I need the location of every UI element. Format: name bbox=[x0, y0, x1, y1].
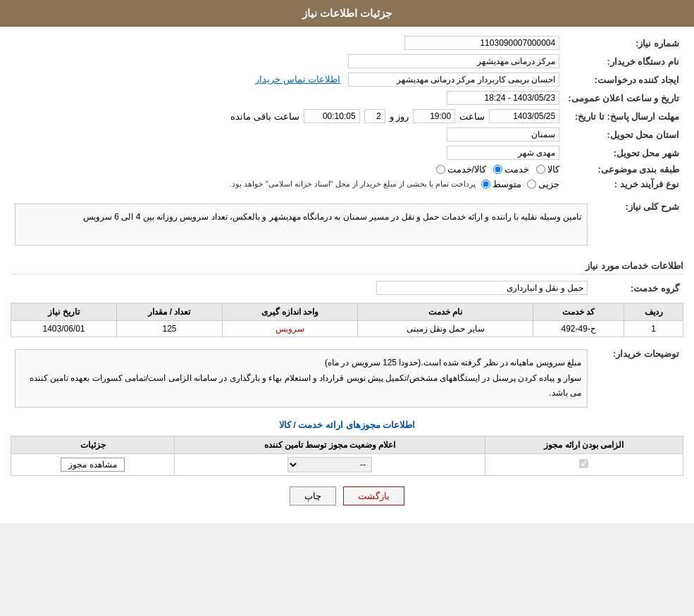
need-number-input[interactable] bbox=[404, 36, 559, 50]
description-table: شرح کلی نیاز: تامین وسیله نقلیه با رانند… bbox=[11, 196, 683, 253]
service-data-table: ردیف کد خدمت نام خدمت واحد اندازه گیری ت… bbox=[11, 303, 683, 337]
main-content: شماره نیاز: نام دستگاه خریدار: ایجاد کنن… bbox=[0, 27, 694, 523]
lic-col-required: الزامی بودن ارائه مجوز bbox=[485, 436, 683, 453]
licenses-table: الزامی بودن ارائه مجوز اعلام وضعیت مجوز … bbox=[11, 436, 683, 476]
col-name: نام خدمت bbox=[357, 303, 533, 321]
lic-col-details: جزئیات bbox=[11, 436, 175, 453]
button-row: بازگشت چاپ bbox=[11, 486, 683, 505]
created-by-cell: اطلاعات تماس خریدار bbox=[11, 70, 564, 89]
print-button[interactable]: چاپ bbox=[290, 486, 336, 505]
category-khadamat-radio[interactable] bbox=[493, 165, 502, 174]
page-title: جزئیات اطلاعات نیاز bbox=[302, 7, 392, 19]
service-group-cell bbox=[11, 279, 592, 297]
delivery-province-label: استان محل تحویل: bbox=[564, 125, 683, 144]
purchase-note: پرداخت تمام یا بخشی از مبلغ خریدار از مح… bbox=[230, 180, 476, 189]
response-days-input[interactable] bbox=[364, 109, 385, 123]
created-by-input[interactable] bbox=[348, 73, 559, 87]
response-deadline-cell: ساعت روز و ساعت باقی مانده bbox=[11, 107, 564, 125]
purchase-jozei-radio[interactable] bbox=[527, 180, 536, 189]
col-row: ردیف bbox=[624, 303, 683, 321]
category-kala-label: کالا bbox=[547, 164, 559, 175]
created-by-label: ایجاد کننده درخواست: bbox=[564, 70, 683, 89]
response-deadline-label: مهلت ارسال پاسخ: تا تاریخ: bbox=[564, 107, 683, 125]
response-time-label: ساعت bbox=[459, 111, 485, 122]
col-unit: واحد اندازه گیری bbox=[222, 303, 357, 321]
need-number-label: شماره نیاز: bbox=[564, 34, 683, 52]
purchase-type-label: نوع فرآیند خرید : bbox=[564, 177, 683, 191]
purchase-mottasat-radio[interactable] bbox=[481, 180, 490, 189]
col-code: کد خدمت bbox=[533, 303, 624, 321]
response-days-label: روز و bbox=[390, 111, 409, 122]
cell-quantity: 125 bbox=[117, 321, 223, 337]
buyer-notes-text: مبلغ سرویس ماهیانه در نظر گرفته شده است.… bbox=[15, 349, 588, 408]
cell-name: سایر حمل ونقل زمینی bbox=[357, 321, 533, 337]
licenses-title: اطلاعات مجوزهای ارائه خدمت / کالا bbox=[11, 420, 683, 430]
response-clock-input[interactable] bbox=[304, 109, 360, 123]
contact-link[interactable]: اطلاعات تماس خریدار bbox=[255, 74, 340, 84]
description-cell: تامین وسیله نقلیه با راننده و ارائه خدما… bbox=[11, 196, 592, 253]
announce-datetime-input[interactable] bbox=[447, 91, 559, 105]
list-item: -- مشاهده مجوز bbox=[11, 453, 683, 475]
description-text: تامین وسیله نقلیه با راننده و ارائه خدما… bbox=[15, 203, 588, 246]
buyer-notes-label: توضیحات خریدار: bbox=[592, 343, 683, 414]
cell-date: 1403/06/01 bbox=[11, 321, 117, 337]
service-group-label: گروه خدمت: bbox=[592, 279, 683, 297]
purchase-mottasat-option[interactable]: متوسط bbox=[481, 179, 521, 189]
delivery-province-cell bbox=[11, 125, 564, 144]
lic-details-cell: مشاهده مجوز bbox=[11, 453, 175, 475]
response-date-input[interactable] bbox=[489, 109, 559, 123]
category-label: طبقه بندی موضوعی: bbox=[564, 162, 683, 177]
service-group-table: گروه خدمت: bbox=[11, 279, 683, 297]
delivery-city-input[interactable] bbox=[447, 146, 559, 160]
announce-label: تاریخ و ساعت اعلان عمومی: bbox=[564, 89, 683, 107]
lic-required-checkbox bbox=[579, 459, 588, 468]
col-quantity: تعداد / مقدار bbox=[117, 303, 223, 321]
buyer-org-label: نام دستگاه خریدار: bbox=[564, 52, 683, 70]
buyer-notes-table: توضیحات خریدار: مبلغ سرویس ماهیانه در نظ… bbox=[11, 343, 683, 414]
category-kala-option[interactable]: کالا bbox=[536, 164, 559, 175]
purchase-jozei-option[interactable]: جزیی bbox=[527, 179, 559, 189]
description-label: شرح کلی نیاز: bbox=[592, 196, 683, 253]
delivery-city-cell bbox=[11, 144, 564, 162]
announce-cell bbox=[11, 89, 564, 107]
category-kala-khadamat-option[interactable]: کالا/خدمت bbox=[436, 164, 487, 175]
main-info-table: شماره نیاز: نام دستگاه خریدار: ایجاد کنن… bbox=[11, 34, 683, 191]
buyer-org-input[interactable] bbox=[348, 54, 559, 68]
category-kala-khadamat-radio[interactable] bbox=[436, 165, 445, 174]
purchase-type-cell: جزیی متوسط پرداخت تمام یا بخشی از مبلغ خ… bbox=[11, 177, 564, 191]
col-date: تاریخ نیاز bbox=[11, 303, 117, 321]
category-cell: کالا خدمت کالا/خدمت bbox=[11, 162, 564, 177]
delivery-city-label: شهر محل تحویل: bbox=[564, 144, 683, 162]
lic-status-select[interactable]: -- bbox=[287, 457, 372, 472]
delivery-province-input[interactable] bbox=[447, 127, 559, 142]
service-group-input[interactable] bbox=[376, 281, 588, 295]
lic-status-cell: -- bbox=[175, 453, 485, 475]
response-time-input[interactable] bbox=[413, 109, 455, 123]
category-kala-khadamat-label: کالا/خدمت bbox=[447, 164, 487, 175]
header-bar: جزئیات اطلاعات نیاز bbox=[0, 0, 694, 27]
buyer-org-cell bbox=[11, 52, 564, 70]
category-khadamat-option[interactable]: خدمت bbox=[493, 164, 529, 175]
cell-code: ح-49-492 bbox=[533, 321, 624, 337]
cell-row: 1 bbox=[624, 321, 683, 337]
category-khadamat-label: خدمت bbox=[504, 164, 529, 175]
lic-col-status: اعلام وضعیت مجوز توسط تامین کننده bbox=[175, 436, 485, 453]
buyer-notes-cell: مبلغ سرویس ماهیانه در نظر گرفته شده است.… bbox=[11, 343, 592, 414]
response-clock-label: ساعت باقی مانده bbox=[230, 111, 299, 122]
purchase-jozei-label: جزیی bbox=[538, 179, 559, 189]
back-button[interactable]: بازگشت bbox=[343, 486, 404, 505]
page-wrapper: جزئیات اطلاعات نیاز شماره نیاز: نام دستگ… bbox=[0, 0, 694, 523]
cell-unit: سرویس bbox=[222, 321, 357, 337]
lic-required-cell bbox=[485, 453, 683, 475]
purchase-mottasat-label: متوسط bbox=[492, 179, 521, 189]
need-number-cell bbox=[11, 34, 564, 52]
table-row: 1 ح-49-492 سایر حمل ونقل زمینی سرویس 125… bbox=[11, 321, 683, 337]
service-info-title: اطلاعات خدمات مورد نیاز bbox=[11, 260, 683, 275]
category-kala-radio[interactable] bbox=[536, 165, 545, 174]
view-license-button[interactable]: مشاهده مجوز bbox=[61, 458, 124, 472]
